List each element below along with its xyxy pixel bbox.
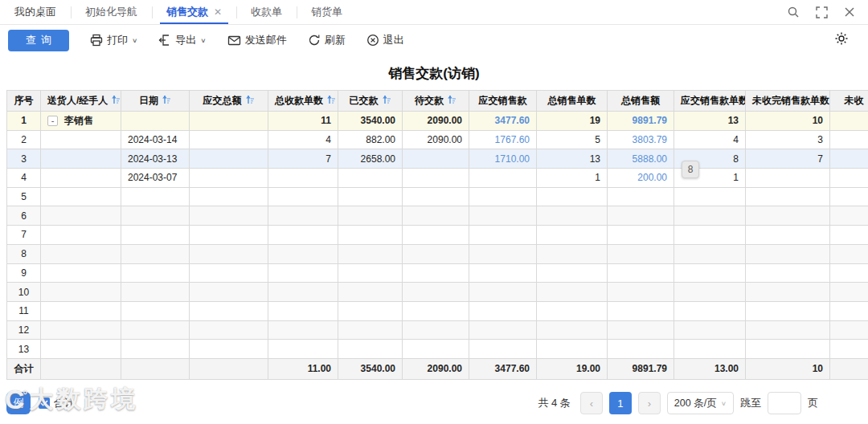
close-icon[interactable]	[844, 6, 855, 18]
tab-close-icon[interactable]: ✕	[214, 6, 222, 18]
column-header-10: 应交销售款单数	[674, 91, 746, 112]
cell: 4	[674, 130, 746, 149]
fullscreen-icon[interactable]	[816, 6, 828, 18]
cell	[121, 187, 190, 206]
current-page-button[interactable]: 1	[609, 392, 632, 414]
summary-cell	[830, 358, 868, 379]
column-header-1[interactable]: 送货人/经手人	[41, 91, 121, 112]
cell[interactable]: 1710.00	[469, 149, 537, 169]
amount-link[interactable]: 3803.79	[633, 134, 667, 145]
amount-link[interactable]: 1767.60	[495, 134, 530, 145]
cell	[190, 320, 268, 340]
table-row[interactable]: 8	[7, 244, 868, 263]
print-button[interactable]: 打印 ∨	[90, 33, 137, 47]
amount-link[interactable]: 9891.79	[633, 115, 667, 126]
column-header-4[interactable]: 总收款单数	[268, 91, 338, 112]
totals-checkbox[interactable]: 合计	[39, 396, 75, 410]
tab-label: 销售交款	[166, 5, 208, 19]
cell: 10	[746, 112, 830, 131]
tab-sales-order[interactable]: 销货单	[297, 0, 357, 24]
gear-icon[interactable]	[834, 31, 849, 49]
sort-icon[interactable]	[111, 95, 121, 107]
cell: 6	[7, 206, 41, 226]
table-row[interactable]: 1-李销售113540.002090.003477.60199891.79131…	[7, 112, 868, 131]
cell	[830, 283, 868, 302]
query-button[interactable]: 查询	[8, 30, 69, 51]
tab-receipt-order[interactable]: 收款单	[236, 0, 297, 24]
column-header-6[interactable]: 待交款	[403, 91, 469, 112]
search-icon[interactable]	[787, 6, 800, 18]
cell	[403, 149, 469, 169]
sort-icon[interactable]	[382, 95, 391, 107]
cell	[121, 206, 190, 226]
cell[interactable]: 9891.79	[608, 112, 674, 131]
table-row[interactable]: 22024-03-144882.002090.001767.6053803.79…	[7, 130, 868, 149]
cell[interactable]: 200.00	[608, 169, 674, 188]
cell	[608, 206, 674, 226]
tab-my-desktop[interactable]: 我的桌面	[0, 0, 71, 24]
cell	[121, 112, 190, 131]
next-page-button[interactable]: ›	[638, 392, 661, 414]
cell	[746, 301, 830, 320]
refresh-label: 刷新	[325, 33, 346, 47]
cell	[746, 169, 830, 188]
sort-icon[interactable]	[326, 95, 336, 107]
cell	[41, 149, 121, 169]
table-row[interactable]: 12	[7, 320, 868, 340]
cell	[41, 206, 121, 226]
table-row[interactable]: 9	[7, 263, 868, 283]
sort-icon[interactable]	[162, 95, 171, 107]
table-row[interactable]: 5	[7, 187, 868, 206]
cell[interactable]: 3803.79	[608, 130, 674, 149]
table-row[interactable]: 42024-03-071200.001	[7, 169, 868, 188]
tab-label: 我的桌面	[14, 5, 56, 19]
cell	[746, 263, 830, 283]
cell: 2024-03-13	[121, 149, 190, 169]
column-header-5[interactable]: 已交款	[338, 91, 403, 112]
table-row[interactable]: 10	[7, 283, 868, 302]
amount-link[interactable]: 3477.60	[495, 115, 530, 126]
column-header-0: 序号	[7, 91, 41, 112]
table-row[interactable]: 13	[7, 340, 868, 359]
tab-sales-payment[interactable]: 销售交款 ✕	[152, 0, 236, 24]
sort-icon[interactable]	[447, 95, 457, 107]
cell	[121, 283, 190, 302]
cell	[746, 244, 830, 263]
tab-init-navigation[interactable]: 初始化导航	[71, 0, 152, 24]
prev-page-button[interactable]: ‹	[580, 392, 603, 414]
column-header-2[interactable]: 日期	[121, 91, 190, 112]
printer-icon	[90, 34, 103, 47]
cell[interactable]: 3477.60	[469, 112, 537, 131]
cell: 7	[268, 149, 338, 169]
cell: 3	[746, 130, 830, 149]
app-window: 我的桌面 初始化导航 销售交款 ✕ 收款单 销货单 查询	[0, 0, 868, 424]
amount-link[interactable]: 200.00	[637, 172, 667, 183]
amount-link[interactable]: 1710.00	[495, 153, 530, 165]
table-row[interactable]: 6	[7, 206, 868, 226]
export-button[interactable]: 导出 ∨	[158, 33, 206, 47]
cell	[190, 112, 268, 131]
table-row[interactable]: 11	[7, 301, 868, 320]
cell	[338, 301, 403, 320]
legend-button[interactable]: 例	[6, 392, 31, 414]
table-row[interactable]: 32024-03-1372658.001710.00135888.0087	[7, 149, 868, 169]
cell	[338, 244, 403, 263]
send-email-button[interactable]: 发送邮件	[227, 33, 287, 47]
cell	[41, 263, 121, 283]
cell[interactable]: 1767.60	[469, 130, 537, 149]
refresh-button[interactable]: 刷新	[308, 33, 346, 47]
footer-left: 例 合计	[0, 392, 75, 414]
exit-button[interactable]: 退出	[366, 33, 404, 47]
cell	[746, 283, 830, 302]
cell	[537, 340, 608, 359]
collapse-toggle[interactable]: -	[47, 116, 58, 126]
amount-link[interactable]: 5888.00	[633, 153, 667, 165]
table-row[interactable]: 7	[7, 226, 868, 245]
cell[interactable]: 5888.00	[608, 149, 674, 169]
cell	[469, 169, 537, 188]
sort-icon[interactable]	[245, 95, 255, 107]
cell: 13	[537, 149, 608, 169]
jump-page-input[interactable]	[768, 392, 801, 414]
column-header-3[interactable]: 应交总额	[190, 91, 268, 112]
page-size-select[interactable]: 200 条/页 ∨	[667, 392, 734, 414]
